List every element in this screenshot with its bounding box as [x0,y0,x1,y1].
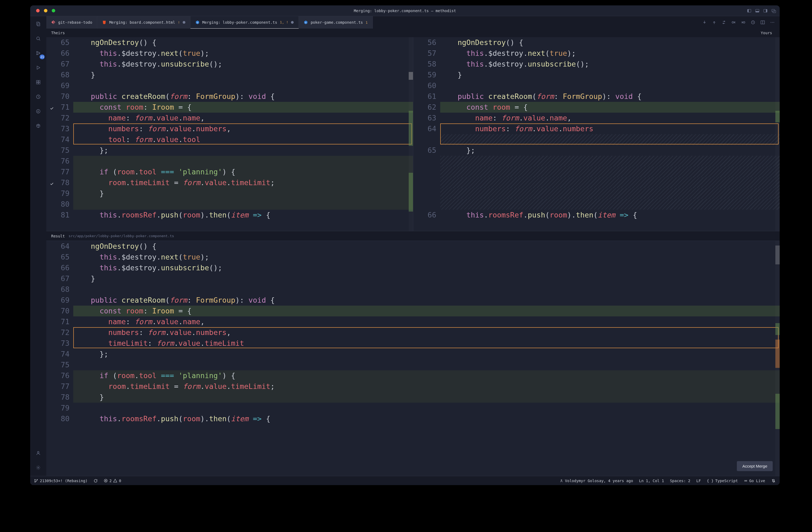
accept-merge-button[interactable]: Accept Merge [737,461,773,471]
svg-rect-6 [37,80,38,82]
language-status[interactable]: { }TypeScript [707,479,738,483]
svg-point-12 [38,451,39,453]
bell-icon[interactable] [771,478,776,483]
layout-icon[interactable] [771,8,776,13]
theirs-header: Theirs [46,29,413,37]
svg-text:A: A [305,22,307,24]
account-icon[interactable] [36,450,41,456]
svg-point-13 [38,467,39,469]
indent-status[interactable]: Spaces: 2 [670,479,691,483]
source-control-icon[interactable]: 21 [36,51,41,56]
split-icon[interactable] [760,20,765,25]
eol-status[interactable]: LF [696,479,701,483]
traffic-lights [30,9,55,12]
editor-actions [697,16,780,29]
titlebar: Merging: lobby-poker.component.ts — meth… [30,5,780,16]
problems-status[interactable]: 2 0 [104,479,121,483]
result-pane[interactable]: 6465666768697071727374757677787980 ngOnD… [46,241,780,476]
svg-point-2 [37,37,40,40]
svg-rect-0 [37,22,39,25]
svg-point-17 [743,21,745,23]
swap-icon[interactable] [722,20,726,25]
file-icon [102,20,106,25]
svg-point-11 [37,110,40,113]
svg-point-20 [771,22,771,23]
extensions-icon[interactable] [36,80,41,85]
svg-point-3 [37,52,38,53]
panel-right-icon[interactable] [763,8,768,13]
thunder-icon[interactable] [36,109,41,114]
tab-bar: git-rebase-todoMerging: board.component.… [46,16,780,29]
yours-pane[interactable]: 5657585960616263646566 ngOnDestroy() { t… [413,37,780,231]
yours-header: Yours [413,29,780,37]
file-icon: A [195,20,200,25]
svg-rect-8 [39,83,40,84]
svg-rect-1 [38,23,40,26]
result-label: Result [51,234,65,238]
timeline-icon[interactable] [36,94,41,99]
status-bar: 21309c53+! (Rebasing) 2 0 Volodymyr Golo… [30,476,780,485]
file-icon: A [304,20,308,25]
result-path: src/app/poker/lobby-poker/lobby-poker.co… [69,234,174,238]
tab-git-rebase-todo[interactable]: git-rebase-todo [46,16,97,29]
minimize-icon[interactable] [44,9,47,12]
cube-icon[interactable] [36,124,41,128]
scm-badge: 21 [40,55,45,59]
editor-window: Merging: lobby-poker.component.ts — meth… [30,5,780,485]
theirs-pane[interactable]: 6566676869707172737475767778798081 ngOnD… [46,37,413,231]
svg-point-21 [772,22,773,23]
tab-merging-board-component-html[interactable]: Merging: board.component.html! [97,16,190,29]
incoming-icon[interactable] [702,20,707,25]
git-blame-status[interactable]: Volodymyr Golosay, 4 years ago [560,479,633,483]
maximize-icon[interactable] [52,9,55,12]
svg-point-22 [773,22,774,23]
tab-merging-lobby-poker-component-ts[interactable]: AMerging: lobby-poker.component.ts1, ! [190,16,299,29]
svg-point-23 [35,479,35,480]
overview-ruler-theirs[interactable] [409,37,413,231]
svg-rect-9 [39,80,40,82]
more-icon[interactable] [770,20,775,25]
svg-point-24 [35,481,35,482]
overview-ruler-yours[interactable] [775,37,780,231]
compare-left-icon[interactable] [731,20,736,25]
file-icon [51,20,56,25]
svg-point-25 [37,479,38,480]
layout-controls [747,8,776,13]
dirty-indicator [291,21,294,24]
compare-right-icon[interactable] [741,20,746,25]
debug-icon[interactable] [36,65,41,70]
overview-ruler-result[interactable] [775,241,780,476]
svg-point-28 [745,480,746,481]
sync-status[interactable] [93,479,98,483]
svg-point-16 [732,21,734,23]
cursor-status[interactable]: Ln 1, Col 1 [639,479,664,483]
window-title: Merging: lobby-poker.component.ts — meth… [30,9,780,13]
tab-poker-game-component-ts[interactable]: Apoker-game.component.ts1 [299,16,373,29]
panel-left-icon[interactable] [747,8,752,13]
svg-point-5 [39,53,40,54]
svg-text:A: A [197,21,198,23]
svg-rect-7 [37,83,38,84]
revert-icon[interactable] [751,20,755,25]
activity-bar: 21 [30,16,46,476]
close-icon[interactable] [36,9,40,12]
branch-status[interactable]: 21309c53+! (Rebasing) [34,479,88,483]
outgoing-icon[interactable] [712,20,716,25]
explorer-icon[interactable] [36,21,41,26]
diff-headers: Theirs Yours [46,29,780,37]
result-header: Result src/app/poker/lobby-poker/lobby-p… [46,231,780,241]
panel-bottom-icon[interactable] [755,8,760,13]
svg-point-4 [37,54,38,55]
settings-icon[interactable] [36,465,41,470]
live-server-status[interactable]: Go Live [744,479,765,483]
search-icon[interactable] [36,36,41,41]
svg-point-27 [561,479,562,480]
dirty-indicator [183,21,185,24]
